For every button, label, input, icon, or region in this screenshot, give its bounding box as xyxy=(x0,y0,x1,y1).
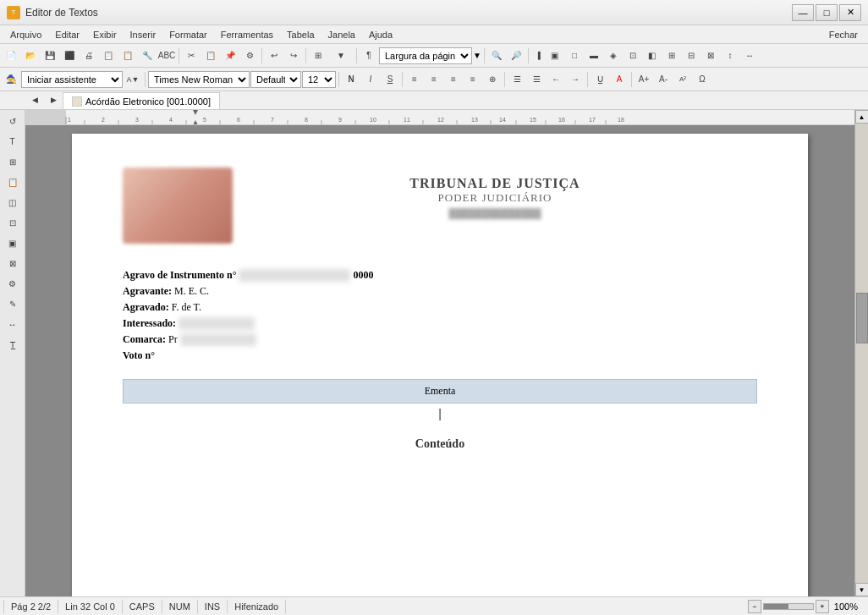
tb-btn-4[interactable]: ⬛ xyxy=(60,47,79,65)
zoom-select[interactable]: Largura da págin xyxy=(379,47,472,64)
search2-button[interactable]: 🔎 xyxy=(507,47,525,65)
save-button[interactable]: 💾 xyxy=(41,47,59,65)
tb2-btn1[interactable]: A▼ xyxy=(124,70,142,89)
color-button[interactable]: A xyxy=(610,70,629,89)
numlist-button[interactable]: ☰ xyxy=(527,70,546,89)
lp-btn-11[interactable]: ↔ xyxy=(3,315,22,333)
lp-btn-5[interactable]: ◫ xyxy=(3,193,22,211)
tb-btn-8[interactable]: 🔧 xyxy=(138,47,157,65)
lp-btn-6[interactable]: ⊡ xyxy=(3,213,22,232)
tb-extra-11[interactable]: ↕ xyxy=(721,47,739,65)
special-char[interactable]: Ω xyxy=(693,70,711,89)
paste-button[interactable]: 📌 xyxy=(221,47,239,65)
tb-extra-12[interactable]: ↔ xyxy=(740,47,759,65)
lp-btn-2[interactable]: T xyxy=(3,132,22,151)
tb-extra-6[interactable]: ⊡ xyxy=(624,47,642,65)
menu-ajuda[interactable]: Ajuda xyxy=(362,28,399,41)
lp-btn-3[interactable]: ⊞ xyxy=(3,152,22,171)
undo-button[interactable]: ↩ xyxy=(265,47,283,65)
print-button[interactable]: 🖨 xyxy=(80,47,98,65)
lp-btn-9[interactable]: ⚙ xyxy=(3,274,22,293)
redo-button[interactable]: ↪ xyxy=(284,47,303,65)
doc-scroll[interactable]: TRIBUNAL DE JUSTIÇA PODER JUDICIÁRIO ███… xyxy=(25,125,854,596)
zoom-out-button[interactable]: − xyxy=(748,600,761,613)
align-left-button[interactable]: ≡ xyxy=(405,70,424,89)
tb-extra-2[interactable]: ▣ xyxy=(546,47,564,65)
menu-editar[interactable]: Editar xyxy=(48,28,86,41)
size-select[interactable]: 12 xyxy=(302,71,336,88)
menu-arquivo[interactable]: Arquivo xyxy=(3,28,48,41)
lp-btn-4[interactable]: 📋 xyxy=(3,173,22,191)
table-button[interactable]: ⊞ xyxy=(309,47,327,65)
print2-button[interactable]: 📋 xyxy=(99,47,118,65)
new-doc-button[interactable]: 📄 xyxy=(2,47,20,65)
outdent-button[interactable]: ← xyxy=(547,70,565,89)
maximize-button[interactable]: □ xyxy=(816,4,838,21)
font-size-up[interactable]: A+ xyxy=(635,70,653,89)
tb-btn-18[interactable]: ▼ xyxy=(328,47,354,65)
scroll-up-button[interactable]: ▲ xyxy=(855,110,869,124)
scroll-thumb[interactable] xyxy=(856,293,868,343)
tab-nav-left[interactable]: ◀ xyxy=(25,91,44,109)
bold-button[interactable]: N xyxy=(342,70,360,89)
menu-ferramentas[interactable]: Ferramentas xyxy=(214,28,280,41)
fechar-button[interactable]: Fechar xyxy=(822,28,865,41)
lp-btn-7[interactable]: ▣ xyxy=(3,233,22,252)
inindent-button[interactable]: → xyxy=(566,70,585,89)
underline-button[interactable]: S xyxy=(381,70,399,89)
doc-info: Agravo de Instrumento n° 0000 Agravante:… xyxy=(123,269,757,362)
align-justify-button[interactable]: ≡ xyxy=(464,70,482,89)
tab-nav-right[interactable]: ▶ xyxy=(44,91,63,109)
menu-tabela[interactable]: Tabela xyxy=(280,28,321,41)
assistant-select[interactable]: Iniciar assistente xyxy=(21,71,123,88)
tb-extra-10[interactable]: ⊠ xyxy=(701,47,720,65)
copy-button[interactable]: 📋 xyxy=(201,47,220,65)
tb-extra-9[interactable]: ⊟ xyxy=(682,47,700,65)
underline2-button[interactable]: U̲ xyxy=(591,70,609,89)
tb-extra-5[interactable]: ◈ xyxy=(604,47,623,65)
indent-button[interactable]: ⊕ xyxy=(483,70,502,89)
tb-extra-8[interactable]: ⊞ xyxy=(662,47,681,65)
font-select[interactable]: Times New Roman xyxy=(148,71,250,88)
lp-btn-12[interactable]: T̲ xyxy=(3,335,22,354)
tb-extra-1[interactable]: ▐ xyxy=(531,47,545,65)
cut-button[interactable]: ✂ xyxy=(182,47,201,65)
align-right-button[interactable]: ≡ xyxy=(444,70,463,89)
status-ins: INS xyxy=(198,600,228,613)
tb-btn-9[interactable]: ABC xyxy=(157,47,176,65)
svg-text:17: 17 xyxy=(589,117,596,123)
zoom-in-button[interactable]: + xyxy=(816,600,829,613)
open-button[interactable]: 📂 xyxy=(21,47,40,65)
menu-formatar[interactable]: Formatar xyxy=(162,28,214,41)
align-center-button[interactable]: ≡ xyxy=(425,70,443,89)
tb-btn-13[interactable]: ⚙ xyxy=(240,47,259,65)
document-tab[interactable]: Acórdão Eletronico [001.0000] xyxy=(63,92,220,109)
super-button[interactable]: A² xyxy=(673,70,692,89)
lp-btn-8[interactable]: ⊠ xyxy=(3,254,22,272)
lp-btn-10[interactable]: ✎ xyxy=(3,294,22,313)
search-button[interactable]: 🔍 xyxy=(487,47,506,65)
style-select[interactable]: Default xyxy=(250,71,301,88)
minimize-button[interactable]: — xyxy=(792,4,814,21)
menu-inserir[interactable]: Inserir xyxy=(124,28,163,41)
tb-btn-7[interactable]: 📋 xyxy=(118,47,137,65)
scroll-track[interactable] xyxy=(856,124,868,583)
ruler: 1 2 3 4 5 6 7 8 9 xyxy=(25,110,854,125)
zoom-bar xyxy=(763,603,814,610)
scroll-down-button[interactable]: ▼ xyxy=(855,583,869,596)
menu-janela[interactable]: Janela xyxy=(321,28,362,41)
close-button[interactable]: ✕ xyxy=(839,4,861,21)
tb-extra-3[interactable]: □ xyxy=(565,47,584,65)
zoom-percent: 100% xyxy=(831,601,861,612)
tb-extra-4[interactable]: ▬ xyxy=(585,47,603,65)
list-button[interactable]: ☰ xyxy=(508,70,526,89)
italic-button[interactable]: I xyxy=(361,70,380,89)
assistant-icon[interactable]: 🧙 xyxy=(2,70,20,89)
right-scrollbar[interactable]: ▲ ▼ xyxy=(854,110,868,596)
font-size-down[interactable]: A- xyxy=(654,70,673,89)
lp-btn-1[interactable]: ↺ xyxy=(3,112,22,130)
paragraph-button[interactable]: ¶ xyxy=(360,47,378,65)
status-right: − + 100% xyxy=(748,600,865,613)
menu-exibir[interactable]: Exibir xyxy=(86,28,124,41)
tb-extra-7[interactable]: ◧ xyxy=(643,47,662,65)
